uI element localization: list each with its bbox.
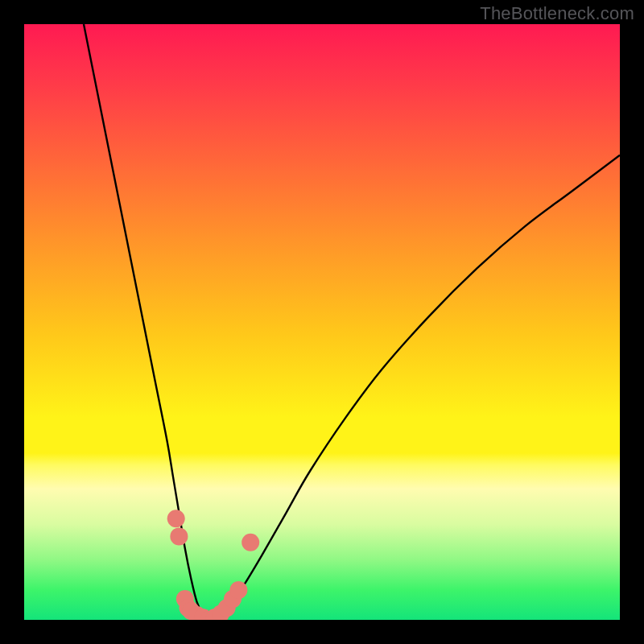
chart-frame: TheBottleneck.com [0,0,644,644]
marker-dot [167,510,185,527]
marker-dot [170,527,188,545]
marker-dot [229,581,247,599]
chart-svg [24,24,620,620]
chart-plot-area [24,24,620,620]
curve-layer [84,24,620,620]
watermark-text: TheBottleneck.com [480,3,634,24]
left-branch-curve [84,24,208,620]
marker-dot [242,534,259,551]
right-branch-curve [208,155,620,620]
